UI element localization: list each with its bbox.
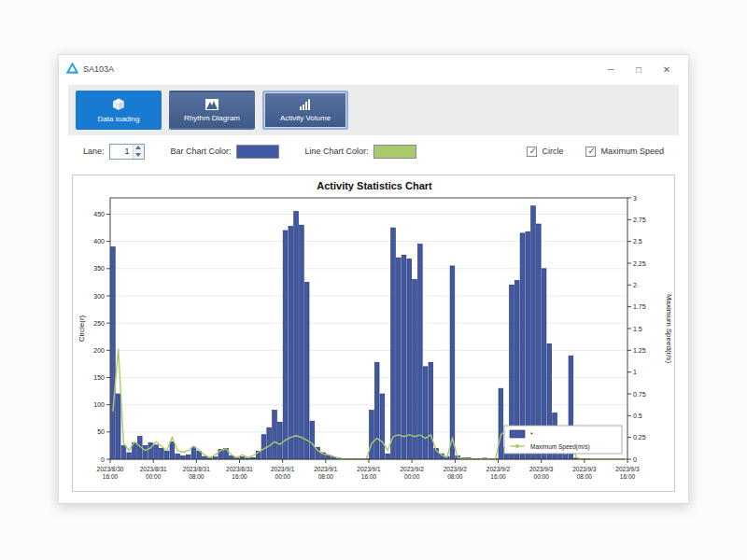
svg-text:16:00: 16:00 xyxy=(490,473,506,480)
svg-text:0.5: 0.5 xyxy=(633,413,642,419)
bar-chart-icon xyxy=(298,98,313,111)
svg-text:08:00: 08:00 xyxy=(318,473,334,480)
svg-text:200: 200 xyxy=(93,347,105,354)
svg-text:16:00: 16:00 xyxy=(361,473,377,480)
svg-text:450: 450 xyxy=(93,211,105,217)
chart-title: Activity Statistics Chart xyxy=(317,180,432,191)
toolbar-tabs: Data loading Rhythm Diagram xyxy=(68,85,679,135)
window-title: SA103A xyxy=(83,64,114,74)
tab-data-loading[interactable]: Data loading xyxy=(76,91,162,130)
bar-color-swatch[interactable] xyxy=(236,145,279,159)
tab-activity-volume[interactable]: Activity Volume xyxy=(262,91,348,130)
svg-text:0: 0 xyxy=(633,456,637,463)
svg-text:300: 300 xyxy=(93,293,105,300)
svg-text:2.75: 2.75 xyxy=(633,217,646,223)
svg-text:0.25: 0.25 xyxy=(633,434,646,441)
svg-text:16:00: 16:00 xyxy=(620,473,636,480)
svg-text:2023/8/31: 2023/8/31 xyxy=(140,466,167,472)
tab-label: Data loading xyxy=(98,115,140,123)
svg-text:2023/9/1: 2023/9/1 xyxy=(357,466,381,472)
svg-text:1.25: 1.25 xyxy=(633,347,646,354)
svg-text:00:00: 00:00 xyxy=(404,473,420,480)
svg-text:2023/9/2: 2023/9/2 xyxy=(401,466,425,472)
svg-text:2023/9/1: 2023/9/1 xyxy=(271,466,295,472)
tab-label: Activity Volume xyxy=(280,114,331,122)
svg-text:08:00: 08:00 xyxy=(447,473,463,480)
svg-text:16:00: 16:00 xyxy=(232,473,247,480)
tab-rhythm-diagram[interactable]: Rhythm Diagram xyxy=(169,91,255,130)
cube-icon xyxy=(110,97,127,112)
lane-value[interactable]: 1 xyxy=(110,145,133,159)
svg-text:Maximum Speed(m/s): Maximum Speed(m/s) xyxy=(530,443,590,451)
svg-text:00:00: 00:00 xyxy=(146,473,162,480)
lane-input[interactable]: 1 xyxy=(109,144,145,160)
svg-text:1.75: 1.75 xyxy=(633,303,646,310)
svg-text:3: 3 xyxy=(633,195,637,202)
svg-text:100: 100 xyxy=(93,401,105,408)
svg-text:*: * xyxy=(530,431,533,438)
options-bar: Lane: 1 Bar Chart Color: Line Chart Colo… xyxy=(59,135,688,167)
svg-text:2023/9/1: 2023/9/1 xyxy=(314,466,338,472)
chart-panel: Activity Statistics Chart Circle(r) Maxi… xyxy=(72,175,675,492)
svg-text:2.5: 2.5 xyxy=(633,238,642,245)
svg-text:2023/9/2: 2023/9/2 xyxy=(486,466,511,472)
svg-text:2023/8/31: 2023/8/31 xyxy=(183,466,210,472)
svg-text:08:00: 08:00 xyxy=(577,473,593,480)
svg-text:16:00: 16:00 xyxy=(103,473,119,480)
checkbox-check-icon[interactable] xyxy=(527,147,537,157)
window-controls: ─ □ ✕ xyxy=(597,59,681,79)
svg-text:150: 150 xyxy=(93,374,105,381)
svg-text:2023/9/3: 2023/9/3 xyxy=(572,466,597,472)
rhythm-icon xyxy=(204,98,219,111)
svg-text:2023/9/2: 2023/9/2 xyxy=(444,466,468,472)
maximum-speed-checkbox-label: Maximum Speed xyxy=(600,147,664,156)
y-axis-left-title: Circle(r) xyxy=(78,315,86,342)
bar-color-label: Bar Chart Color: xyxy=(171,147,232,156)
svg-text:350: 350 xyxy=(93,265,105,272)
circle-checkbox-label: Circle xyxy=(542,147,563,156)
svg-text:0.75: 0.75 xyxy=(633,391,646,398)
svg-text:00:00: 00:00 xyxy=(275,473,291,480)
desktop: SA103A ─ □ ✕ Data loading xyxy=(0,0,747,560)
tab-label: Rhythm Diagram xyxy=(184,114,240,122)
svg-text:2023/9/3: 2023/9/3 xyxy=(529,466,554,472)
circle-checkbox[interactable]: Circle xyxy=(527,147,563,157)
lane-label: Lane: xyxy=(83,147,105,156)
close-button[interactable]: ✕ xyxy=(653,59,681,79)
maximize-button[interactable]: □ xyxy=(625,59,653,79)
maximum-speed-checkbox[interactable]: Maximum Speed xyxy=(585,147,664,157)
svg-text:2023/9/3: 2023/9/3 xyxy=(615,466,640,472)
spinner-up-icon[interactable] xyxy=(134,145,144,152)
lane-spinner[interactable] xyxy=(133,145,144,159)
svg-text:2.25: 2.25 xyxy=(633,260,646,267)
minimize-button[interactable]: ─ xyxy=(597,59,625,79)
svg-text:08:00: 08:00 xyxy=(189,473,204,480)
svg-text:2023/8/31: 2023/8/31 xyxy=(226,466,253,472)
svg-text:00:00: 00:00 xyxy=(534,473,550,480)
svg-text:400: 400 xyxy=(93,238,105,245)
y-axis-right-title: Maximum Speed(r/s) xyxy=(665,294,673,364)
svg-text:50: 50 xyxy=(97,428,105,435)
svg-text:2: 2 xyxy=(633,282,637,288)
title-bar: SA103A ─ □ ✕ xyxy=(59,55,688,83)
line-color-label: Line Chart Color: xyxy=(305,147,369,156)
svg-text:2023/8/30: 2023/8/30 xyxy=(97,466,124,472)
app-logo-icon xyxy=(66,61,78,77)
svg-text:1: 1 xyxy=(633,369,637,375)
svg-text:0: 0 xyxy=(101,456,105,463)
spinner-down-icon[interactable] xyxy=(134,151,144,159)
svg-text:1.5: 1.5 xyxy=(633,326,642,332)
checkbox-check-icon[interactable] xyxy=(585,147,596,157)
activity-chart: Activity Statistics Chart Circle(r) Maxi… xyxy=(73,175,675,492)
svg-text:250: 250 xyxy=(93,320,105,327)
line-color-swatch[interactable] xyxy=(374,145,416,159)
app-window: SA103A ─ □ ✕ Data loading xyxy=(58,54,689,504)
